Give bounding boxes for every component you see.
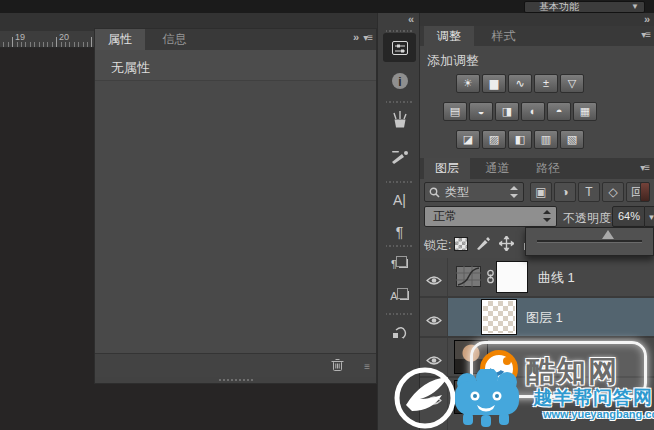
ruler-minor-ticks xyxy=(0,42,94,47)
tab-channels[interactable]: 通道 xyxy=(474,158,520,179)
ruler-major-tick xyxy=(12,37,13,47)
dock-group-grip[interactable] xyxy=(386,181,412,183)
visibility-eye-icon[interactable] xyxy=(426,312,442,330)
dock-group-grip[interactable] xyxy=(386,101,412,103)
brush-presets-icon xyxy=(390,149,410,165)
tab-layers[interactable]: 图层 xyxy=(424,158,470,179)
adjustment-levels-icon[interactable]: ▆ xyxy=(482,74,506,93)
layer-row-layer-1-selected[interactable]: 图层 1 xyxy=(448,298,654,336)
adjustments-panel: 添加调整 ☀ ▆ ∿ ± ▽ ▤ ◒ ◨ ◐ ◓ ▦ ◪ ▨ ◧ ▥ ▧ xyxy=(420,46,654,171)
adjustment-channel-mixer-icon[interactable]: ◓ xyxy=(547,102,571,121)
panel-menu-icon[interactable]: ▾≡ xyxy=(640,162,649,173)
adjustment-curves-icon[interactable]: ∿ xyxy=(508,74,532,93)
opacity-slider-thumb[interactable] xyxy=(602,230,614,239)
history-panel-icon xyxy=(391,325,409,341)
adjustment-invert-icon[interactable]: ◪ xyxy=(456,130,480,149)
lock-transparent-pixels-icon[interactable] xyxy=(452,235,469,252)
collapse-to-icons-icon[interactable]: » xyxy=(353,31,357,43)
visibility-eye-icon[interactable] xyxy=(426,272,442,290)
checkerboard-icon xyxy=(454,237,468,251)
ruler-major-tick xyxy=(91,37,92,47)
dock-group-grip[interactable] xyxy=(386,245,412,247)
adjustment-gradient-map-icon[interactable]: ▥ xyxy=(534,130,558,149)
adjustment-exposure-icon[interactable]: ± xyxy=(534,74,558,93)
styles-stack-icon xyxy=(399,259,408,268)
opacity-dropdown-arrow[interactable]: ▼ xyxy=(645,206,654,227)
panel-resize-grip[interactable] xyxy=(95,377,376,383)
dock-item-properties[interactable] xyxy=(383,33,416,62)
character-panel-icon: A| xyxy=(393,192,406,208)
ruler-major-tick xyxy=(56,37,57,47)
filter-on-off-toggle[interactable] xyxy=(640,182,650,202)
dock-item-character-styles[interactable]: A xyxy=(383,281,416,310)
filter-type-layers-button[interactable]: T xyxy=(578,182,600,202)
footer-grip-icon[interactable]: ≡ xyxy=(364,361,370,372)
right-dock-header: » xyxy=(420,13,654,26)
tab-paths[interactable]: 路径 xyxy=(525,158,571,179)
adjustment-vibrance-icon[interactable]: ▽ xyxy=(560,74,584,93)
adjustment-posterize-icon[interactable]: ▨ xyxy=(482,130,506,149)
layer-mask-thumbnail[interactable] xyxy=(497,262,527,292)
adjustment-brightness-contrast-icon[interactable]: ☀ xyxy=(456,74,480,93)
dock-group-grip[interactable] xyxy=(386,313,412,315)
dock-header: « xyxy=(378,13,419,27)
workspace-switcher-button[interactable]: 基本功能 ▼ xyxy=(524,1,645,13)
tab-info[interactable]: 信息 xyxy=(149,29,199,50)
updown-arrows-icon xyxy=(510,185,518,199)
properties-empty-area xyxy=(95,80,376,353)
layer-row-curves-1[interactable]: 曲线 1 xyxy=(420,258,654,296)
chevron-down-icon: ▼ xyxy=(631,2,639,12)
adjustment-selective-color-icon[interactable]: ▧ xyxy=(560,130,584,149)
styles-stack-icon xyxy=(400,291,409,300)
properties-panel: 属性 信息 » ▾≡ 无属性 ≡ xyxy=(94,28,377,384)
tab-adjustments[interactable]: 调整 xyxy=(424,26,474,46)
empty-layer-thumbnail[interactable] xyxy=(483,301,515,333)
kind-filter-dropdown[interactable]: 类型 xyxy=(424,182,524,202)
lock-image-pixels-icon[interactable] xyxy=(475,235,492,252)
properties-panel-icon xyxy=(391,40,409,56)
adjustment-color-lookup-icon[interactable]: ▦ xyxy=(573,102,597,121)
dock-item-paragraph[interactable]: ¶ xyxy=(383,217,416,246)
panel-menu-icon[interactable]: ▾≡ xyxy=(363,32,372,43)
lock-position-icon[interactable] xyxy=(498,235,515,252)
adjustment-color-balance-icon[interactable]: ◒ xyxy=(469,102,493,121)
partner-logo-icon xyxy=(449,369,535,430)
opacity-slider-track[interactable] xyxy=(537,240,642,243)
properties-tab-bar: 属性 信息 » ▾≡ xyxy=(95,29,376,50)
curves-adjustment-thumbnail[interactable] xyxy=(456,266,481,291)
adjustment-threshold-icon[interactable]: ◧ xyxy=(508,130,532,149)
partner-site-url: www.yueyangbang.com xyxy=(543,408,654,420)
adjustment-black-white-icon[interactable]: ◨ xyxy=(495,102,519,121)
filter-adjustment-layers-button[interactable]: ◑ xyxy=(554,182,576,202)
filter-shape-layers-button[interactable]: ◇ xyxy=(602,182,624,202)
collapse-panels-icon[interactable]: » xyxy=(644,13,648,25)
adjustment-hue-saturation-icon[interactable]: ▤ xyxy=(443,102,467,121)
dock-item-paragraph-styles[interactable]: ¶ xyxy=(383,249,416,278)
photoshop-window: 基本功能 ▼ 19 20 属性 信息 » ▾≡ 无属性 xyxy=(0,0,654,430)
dock-group-grip[interactable] xyxy=(386,30,412,32)
tab-styles[interactable]: 样式 xyxy=(478,26,528,46)
lock-row: 锁定: xyxy=(420,230,654,258)
brush-panel-icon xyxy=(391,110,409,130)
dock-item-brush[interactable] xyxy=(383,105,416,134)
adjustment-photo-filter-icon[interactable]: ◐ xyxy=(521,102,545,121)
dock-item-character[interactable]: A| xyxy=(383,185,416,214)
tab-properties[interactable]: 属性 xyxy=(95,29,145,50)
filter-pixel-layers-button[interactable]: ▣ xyxy=(530,182,552,202)
opacity-value-field[interactable]: 64% xyxy=(612,206,645,227)
layer-name[interactable]: 曲线 1 xyxy=(538,269,575,287)
layer-name[interactable]: 图层 1 xyxy=(526,309,563,327)
expand-panels-icon[interactable]: « xyxy=(408,13,412,25)
blend-mode-dropdown[interactable]: 正常 xyxy=(424,206,557,227)
add-adjustment-label: 添加调整 xyxy=(427,52,479,70)
lock-label: 锁定: xyxy=(424,237,451,254)
workspace-label: 基本功能 xyxy=(539,1,579,12)
dock-item-history[interactable] xyxy=(383,318,416,347)
panel-menu-icon[interactable]: ▾≡ xyxy=(641,29,650,40)
kind-filter-label: 类型 xyxy=(445,185,469,199)
trash-icon[interactable] xyxy=(331,358,344,376)
horizontal-ruler: 19 20 xyxy=(0,31,94,48)
dock-item-info[interactable]: i xyxy=(383,66,416,95)
dock-item-brush-presets[interactable] xyxy=(383,142,416,171)
layer-mask-link-icon[interactable] xyxy=(486,269,495,288)
